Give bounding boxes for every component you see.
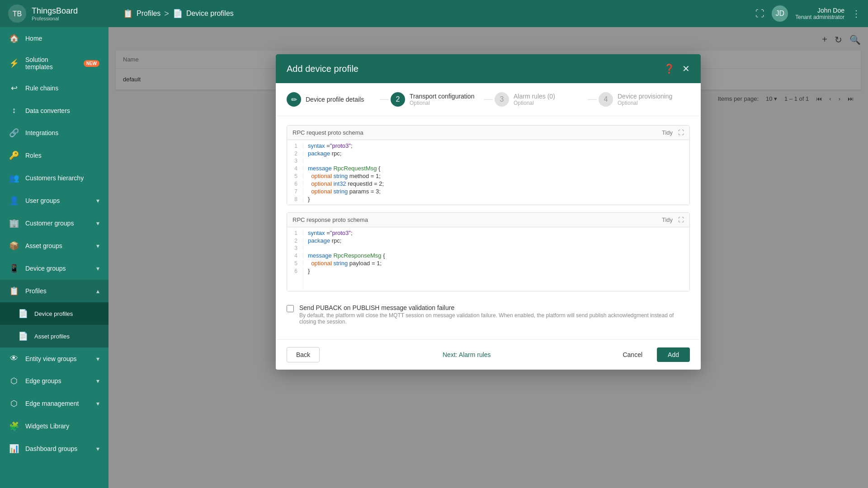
modal-body: RPC request proto schema Tidy ⛶ 1 syntax… [276,116,701,339]
modal-footer-center: Next: Alarm rules [434,347,500,362]
help-icon[interactable]: ❓ [664,63,675,74]
sidebar-item-profiles[interactable]: 📋 Profiles ▴ [0,280,108,302]
next-alarm-rules-button[interactable]: Next: Alarm rules [434,347,500,362]
modal-header-icons: ❓ ✕ [664,63,690,74]
sidebar-item-asset-profiles-label: Asset profiles [34,333,70,340]
edge-management-icon: ⬡ [9,399,19,408]
sidebar-item-edge-groups-label: Edge groups [25,377,61,385]
sidebar-item-device-groups[interactable]: 📱 Device groups ▾ [0,257,108,280]
chevron-down-icon: ▾ [96,220,99,227]
puback-checkbox[interactable] [287,305,294,312]
step-4[interactable]: 4 Device provisioning Optional [599,92,690,107]
customer-groups-icon: 🏢 [9,218,19,228]
device-groups-icon: 📱 [9,263,19,273]
sidebar-item-entity-view-groups-label: Entity view groups [25,355,77,362]
chevron-down-icon: ▾ [96,242,99,249]
breadcrumb-profiles[interactable]: Profiles [137,9,160,18]
step-2-number: 2 [391,92,405,107]
sidebar-item-device-profiles[interactable]: 📄 Device profiles [0,302,108,325]
rpc-response-section: RPC response proto schema Tidy ⛶ 1 synta… [287,212,690,291]
sidebar-item-device-groups-label: Device groups [25,265,66,272]
rpc-request-tidy-button[interactable]: Tidy [662,129,673,136]
cancel-button[interactable]: Cancel [613,347,651,362]
sidebar-item-asset-profiles[interactable]: 📄 Asset profiles [0,325,108,347]
sidebar-item-customer-groups-label: Customer groups [25,220,74,227]
code-line: 5 optional string payload = 1; [287,259,689,267]
profiles-icon: 📋 [123,9,133,19]
sidebar-item-data-converters[interactable]: ↕ Data converters [0,99,108,122]
code-line: 2 package rpc; [287,237,689,244]
sidebar-item-dashboard-groups[interactable]: 📊 Dashboard groups ▾ [0,437,108,460]
fullscreen-button[interactable]: ⛶ [755,9,764,19]
chevron-up-icon: ▴ [96,287,99,295]
step-connector-1 [380,99,389,100]
code-line: 7 optional string params = 3; [287,188,689,195]
step-4-label: Device provisioning Optional [618,93,672,106]
back-button[interactable]: Back [287,347,320,362]
sidebar-item-home[interactable]: 🏠 Home [0,27,108,50]
sidebar-item-widgets-library[interactable]: 🧩 Widgets Library [0,415,108,437]
rpc-request-section: RPC request proto schema Tidy ⛶ 1 syntax… [287,125,690,205]
sidebar-item-asset-groups[interactable]: 📦 Asset groups ▾ [0,235,108,257]
breadcrumb: 📋 Profiles > 📄 Device profiles [116,9,755,19]
modal-footer: Back Next: Alarm rules Cancel Add [276,339,701,370]
step-3[interactable]: 3 Alarm rules (0) Optional [495,92,586,107]
content-area: + ↻ 🔍 Name Default default [108,27,868,488]
sidebar-item-customers-hierarchy[interactable]: 👥 Customers hierarchy [0,167,108,189]
add-button[interactable]: Add [657,347,690,362]
sidebar-item-asset-groups-label: Asset groups [25,242,62,249]
step-2-label: Transport configuration Optional [410,93,474,106]
sidebar-item-integrations[interactable]: 🔗 Integrations [0,122,108,144]
step-1-label: Device profile details [306,96,364,103]
sidebar-item-edge-groups[interactable]: ⬡ Edge groups ▾ [0,370,108,392]
step-2[interactable]: 2 Transport configuration Optional [391,92,482,107]
solution-templates-icon: ⚡ [9,58,19,68]
edge-groups-icon: ⬡ [9,376,19,386]
rpc-request-editor[interactable]: 1 syntax ="proto3"; 2 package rpc; 3 [287,140,689,205]
rpc-response-expand-icon[interactable]: ⛶ [678,216,684,223]
rpc-response-header: RPC response proto schema Tidy ⛶ [287,213,689,227]
logo-area: TB ThingsBoard Professional [7,4,116,23]
profiles-nav-icon: 📋 [9,286,19,296]
sidebar-item-solution-templates-label: Solution templates [25,56,77,70]
sidebar: 🏠 Home ⚡ Solution templates NEW ↩ Rule c… [0,27,108,488]
chevron-down-icon: ▾ [96,355,99,362]
sidebar-item-solution-templates[interactable]: ⚡ Solution templates NEW [0,50,108,77]
code-line [287,275,689,282]
chevron-down-icon: ▾ [96,197,99,204]
code-line: 8 } [287,195,689,203]
add-device-profile-modal: Add device profile ❓ ✕ ✏ Device profile … [276,54,701,370]
user-groups-icon: 👤 [9,196,19,206]
rpc-response-actions: Tidy ⛶ [662,216,684,223]
puback-checkbox-label: Send PUBACK on PUBLISH message validatio… [299,304,690,325]
roles-icon: 🔑 [9,150,19,160]
step-3-number: 3 [495,92,509,107]
device-profiles-icon: 📄 [173,9,183,19]
code-line: 1 syntax ="proto3"; [287,142,689,150]
rpc-response-tidy-button[interactable]: Tidy [662,216,673,223]
sidebar-item-roles[interactable]: 🔑 Roles [0,144,108,167]
sidebar-item-customer-groups[interactable]: 🏢 Customer groups ▾ [0,212,108,235]
sidebar-item-rule-chains[interactable]: ↩ Rule chains [0,77,108,99]
rpc-request-expand-icon[interactable]: ⛶ [678,129,684,136]
code-line: 2 package rpc; [287,150,689,157]
sidebar-item-widgets-library-label: Widgets Library [25,422,69,430]
widgets-library-icon: 🧩 [9,421,19,431]
sidebar-item-edge-management[interactable]: ⬡ Edge management ▾ [0,392,108,415]
breadcrumb-device-profiles[interactable]: Device profiles [186,9,234,18]
sidebar-item-entity-view-groups[interactable]: 👁 Entity view groups ▾ [0,347,108,370]
user-info: John Doe Tenant administrator [795,7,844,20]
code-line [287,282,689,289]
logo-icon: TB [7,4,27,23]
data-converters-icon: ↕ [9,106,19,115]
close-icon[interactable]: ✕ [682,63,690,74]
rpc-response-editor[interactable]: 1 syntax ="proto3"; 2 package rpc; 3 [287,227,689,291]
code-line: 3 [287,157,689,164]
code-line: 6 } [287,267,689,275]
rpc-request-title: RPC request proto schema [292,129,363,136]
more-menu-button[interactable]: ⋮ [852,8,861,19]
modal-title: Add device profile [287,64,359,74]
sidebar-item-user-groups[interactable]: 👤 User groups ▾ [0,189,108,212]
step-1[interactable]: ✏ Device profile details [287,92,378,107]
home-icon: 🏠 [9,33,19,43]
